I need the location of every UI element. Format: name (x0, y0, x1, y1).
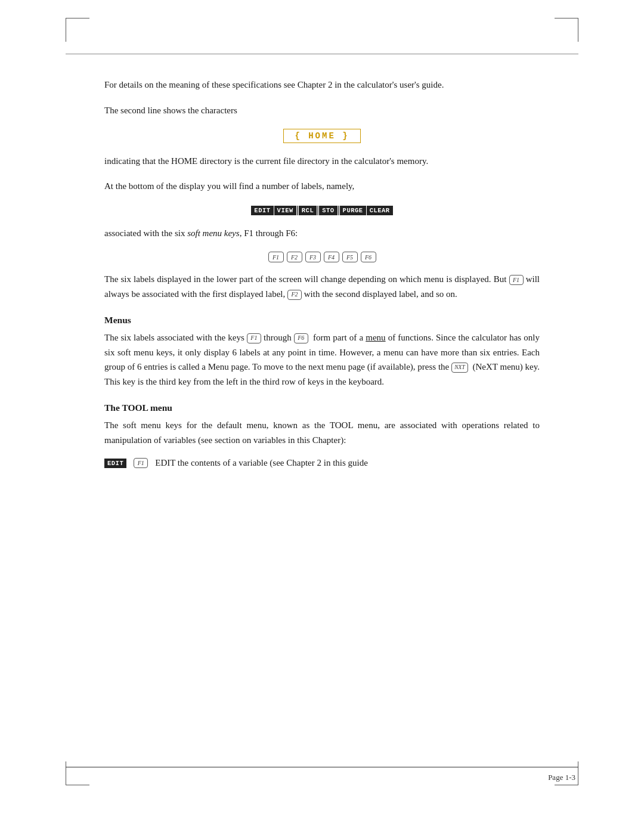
menus-post1: form part of a (308, 333, 366, 342)
menu-key-purge: PURGE (340, 206, 366, 215)
menu-key-view: VIEW (274, 206, 296, 215)
paragraph-3: indicating that the HOME directory is th… (104, 154, 540, 169)
para3-text: indicating that the HOME directory is th… (104, 154, 540, 169)
page-container: Page 1-3 For details on the meaning of t… (0, 0, 644, 833)
para5-before: associated with the six (104, 228, 187, 238)
menu-key-rcl: RCL (299, 206, 317, 215)
fkey-f5: F5 (342, 252, 358, 262)
fkey-group: F1 F2 F3 F4 F5 F6 (268, 252, 376, 262)
paragraph-1: For details on the meaning of these spec… (104, 78, 540, 92)
tool-para: The soft menu keys for the default menu,… (104, 418, 540, 448)
menus-pre: The six labels associated with the keys (104, 333, 247, 342)
menu-key-edit: EDIT (251, 206, 273, 215)
para6-part3: with the second displayed label, and so … (302, 289, 457, 299)
para2-text: The second line shows the characters (104, 103, 540, 118)
menu-keys-group: EDIT VIEW RCL STO PURGE CLEAR (251, 206, 392, 215)
paragraph-4: At the bottom of the display you will fi… (104, 179, 540, 194)
para5-italic: soft menu keys (187, 228, 239, 238)
top-rule (66, 54, 578, 54)
para1-text: For details on the meaning of these spec… (104, 78, 540, 92)
para4-text: At the bottom of the display you will fi… (104, 179, 540, 194)
corner-mark-top-left (66, 18, 89, 42)
fkey-f2: F2 (287, 252, 302, 262)
menus-paragraph: The six labels associated with the keys … (104, 330, 540, 389)
menu-keys-bar: EDIT VIEW RCL STO PURGE CLEAR (104, 205, 540, 215)
tool-description: EDIT the contents of a variable (see Cha… (155, 458, 368, 468)
corner-mark-bottom-left (66, 761, 89, 785)
menus-through: through (261, 333, 294, 342)
fkeys-row: F1 F2 F3 F4 F5 F6 (104, 252, 540, 263)
fkey-f6: F6 (361, 252, 376, 262)
menus-menu-underline: menu (366, 333, 385, 342)
section-heading-menus: Menus (104, 315, 540, 326)
para5-after: , F1 through F6: (240, 228, 298, 238)
home-display-container: { HOME } (104, 129, 540, 143)
tool-para-text: The soft menu keys for the default menu,… (104, 418, 540, 448)
para6-fkey-f2: F2 (287, 290, 302, 300)
para5-text: associated with the six soft menu keys, … (104, 226, 540, 241)
paragraph-2: The second line shows the characters (104, 103, 540, 118)
home-display-box: { HOME } (283, 129, 360, 143)
tool-fkey-f1: F1 (134, 458, 148, 468)
paragraph-6: The six labels displayed in the lower pa… (104, 272, 540, 302)
menu-key-clear: CLEAR (367, 206, 393, 215)
menu-key-sto: STO (319, 206, 337, 215)
bottom-rule (66, 767, 578, 768)
main-content: For details on the meaning of these spec… (104, 78, 540, 755)
menus-text: The six labels associated with the keys … (104, 330, 540, 389)
edit-badge: EDIT (104, 459, 126, 468)
fkey-f4: F4 (324, 252, 339, 262)
page-number: Page 1-3 (548, 773, 575, 782)
para6-text: The six labels displayed in the lower pa… (104, 272, 540, 302)
para6-part1: The six labels displayed in the lower pa… (104, 274, 509, 284)
section-heading-tool: The TOOL menu (104, 402, 540, 413)
fkey-f3: F3 (305, 252, 321, 262)
paragraph-5: associated with the six soft menu keys, … (104, 226, 540, 241)
corner-mark-top-right (555, 18, 578, 42)
menus-fkey-f1: F1 (247, 333, 261, 343)
menus-fkey-f6: F6 (294, 333, 308, 343)
para6-fkey-f1: F1 (509, 275, 524, 285)
tool-line: EDIT F1 EDIT the contents of a variable … (104, 458, 540, 468)
fkey-f1: F1 (268, 252, 284, 262)
menus-nxt-key: NXT (451, 363, 468, 373)
